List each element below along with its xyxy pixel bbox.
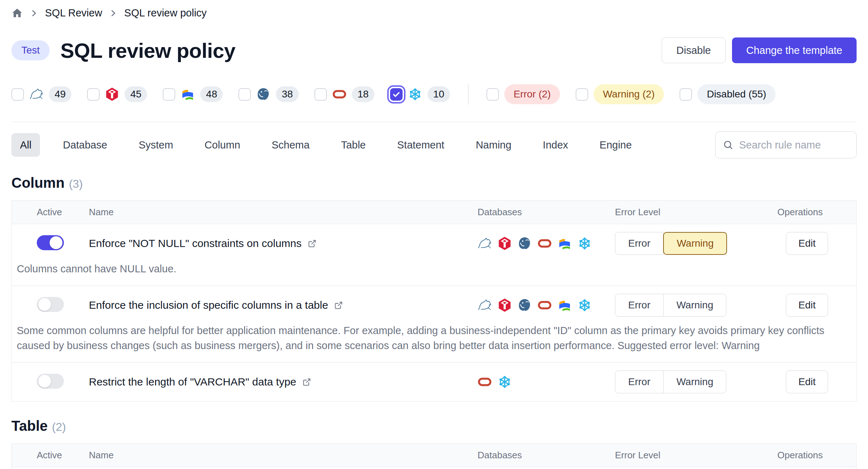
tab-schema[interactable]: Schema xyxy=(263,133,318,157)
engine-rule-count: 38 xyxy=(276,86,298,102)
rule-name: Restrict the length of "VARCHAR" data ty… xyxy=(89,376,296,388)
edit-button[interactable]: Edit xyxy=(786,294,828,317)
external-link-icon[interactable] xyxy=(334,301,343,310)
tab-engine[interactable]: Engine xyxy=(591,133,640,157)
rule-row: Restrict the length of "VARCHAR" data ty… xyxy=(12,363,856,401)
snowflake-icon xyxy=(408,87,422,101)
level-filter-checkbox[interactable] xyxy=(680,88,692,101)
active-toggle[interactable] xyxy=(37,374,64,389)
tab-index[interactable]: Index xyxy=(534,133,577,157)
column-header: Error Level xyxy=(615,450,777,461)
engine-filter-tidb[interactable]: 45 xyxy=(87,86,147,102)
section-heading: Column (3) xyxy=(11,175,857,191)
rule-databases xyxy=(478,298,615,312)
level-filter-label: Disabled (55) xyxy=(697,84,776,104)
engine-filter-postgres[interactable]: 38 xyxy=(238,86,298,102)
postgres-icon xyxy=(256,87,271,101)
sql-review-policy-page: SQL Review SQL review policy Test SQL re… xyxy=(0,0,868,469)
toggle-knob xyxy=(38,375,51,388)
tidb-icon xyxy=(105,87,119,101)
active-toggle[interactable] xyxy=(37,297,64,312)
rule-databases xyxy=(478,236,615,251)
chevron-right-icon xyxy=(108,9,118,18)
error-level-group: Error Warning xyxy=(615,232,727,255)
search-icon xyxy=(722,139,734,151)
snowflake-icon xyxy=(498,375,512,389)
engine-filter-mysql[interactable]: 49 xyxy=(11,86,71,102)
engine-filter-checkbox[interactable] xyxy=(163,88,175,101)
breadcrumb: SQL Review SQL review policy xyxy=(11,0,857,19)
level-filter-checkbox[interactable] xyxy=(486,88,499,101)
error-level-button[interactable]: Error xyxy=(615,232,663,255)
mysql-icon xyxy=(478,298,492,312)
home-icon[interactable] xyxy=(11,7,23,19)
level-filter-checkbox[interactable] xyxy=(576,88,588,101)
category-tabs-row: All Database System Column Schema Table … xyxy=(11,131,857,158)
warning-level-button[interactable]: Warning xyxy=(663,232,727,255)
mysql-icon xyxy=(29,87,44,101)
column-header: Databases xyxy=(478,450,615,461)
tab-naming[interactable]: Naming xyxy=(467,133,520,157)
external-link-icon[interactable] xyxy=(307,239,317,248)
engine-filter-checkbox[interactable] xyxy=(238,88,251,101)
column-header: Operations xyxy=(777,207,857,218)
engine-rule-count: 10 xyxy=(428,86,450,102)
tab-all[interactable]: All xyxy=(11,133,40,157)
tab-statement[interactable]: Statement xyxy=(389,133,453,157)
engine-filter-checkbox[interactable] xyxy=(390,88,403,101)
postgres-icon xyxy=(518,298,532,312)
mysql-icon xyxy=(478,236,492,251)
warning-level-button[interactable]: Warning xyxy=(663,370,726,393)
snowflake-icon xyxy=(577,298,592,312)
tab-table[interactable]: Table xyxy=(332,133,374,157)
table-header-row: ActiveNameDatabasesError LevelOperations xyxy=(12,201,856,224)
engine-filter-oracle[interactable]: 18 xyxy=(314,86,374,102)
disable-button[interactable]: Disable xyxy=(662,37,726,63)
engine-filter-checkbox[interactable] xyxy=(11,88,24,101)
filter-bar: 49 45 48 38 18 10 Error (2) xyxy=(11,84,857,105)
search-input[interactable] xyxy=(715,131,857,158)
rule-name: Enforce "NOT NULL" constraints on column… xyxy=(89,237,302,249)
error-level-button[interactable]: Error xyxy=(615,294,663,317)
active-toggle[interactable] xyxy=(37,235,64,250)
engine-rule-count: 18 xyxy=(352,86,374,102)
edit-button[interactable]: Edit xyxy=(786,370,828,393)
error-level-group: Error Warning xyxy=(615,370,726,393)
section-heading: Table (2) xyxy=(11,418,857,434)
page-header: Test SQL review policy Disable Change th… xyxy=(11,37,857,63)
section-count: (2) xyxy=(52,420,66,434)
error-level-button[interactable]: Error xyxy=(615,370,663,393)
oracle-icon xyxy=(538,236,552,251)
column-header: Name xyxy=(89,207,478,218)
engine-filter-checkbox[interactable] xyxy=(87,88,100,101)
level-filter-disabled[interactable]: Disabled (55) xyxy=(680,84,776,104)
oracle-icon xyxy=(538,298,552,312)
breadcrumb-sql-review[interactable]: SQL Review xyxy=(45,7,102,19)
tab-database[interactable]: Database xyxy=(54,133,116,157)
tidb-icon xyxy=(498,236,512,251)
external-link-icon[interactable] xyxy=(302,377,312,387)
engine-filter-snowflake[interactable]: 10 xyxy=(390,86,450,102)
level-filter-error[interactable]: Error (2) xyxy=(486,84,560,104)
section-count: (3) xyxy=(69,177,83,191)
oceanbase-icon xyxy=(557,298,572,312)
rule-description: Some common columns are helpful for bett… xyxy=(12,323,856,362)
engine-filter-checkbox[interactable] xyxy=(314,88,327,101)
column-header: Active xyxy=(12,207,89,218)
column-header: Databases xyxy=(478,207,615,218)
category-tabs: All Database System Column Schema Table … xyxy=(11,133,640,157)
tab-system[interactable]: System xyxy=(130,133,182,157)
engine-filter-oceanbase[interactable]: 48 xyxy=(163,86,223,102)
section-title: Column xyxy=(11,175,65,191)
edit-button[interactable]: Edit xyxy=(786,232,828,255)
level-filter-warning[interactable]: Warning (2) xyxy=(576,84,664,104)
change-template-button[interactable]: Change the template xyxy=(732,37,857,63)
snowflake-icon xyxy=(577,236,592,251)
oceanbase-icon xyxy=(181,87,195,101)
tab-column[interactable]: Column xyxy=(196,133,249,157)
engine-rule-count: 49 xyxy=(49,86,71,102)
rule-section-column: Column (3) ActiveNameDatabasesError Leve… xyxy=(11,175,857,402)
table-header-row: ActiveNameDatabasesError LevelOperations xyxy=(12,444,856,467)
warning-level-button[interactable]: Warning xyxy=(663,294,726,317)
level-filter-label: Warning (2) xyxy=(594,84,664,104)
